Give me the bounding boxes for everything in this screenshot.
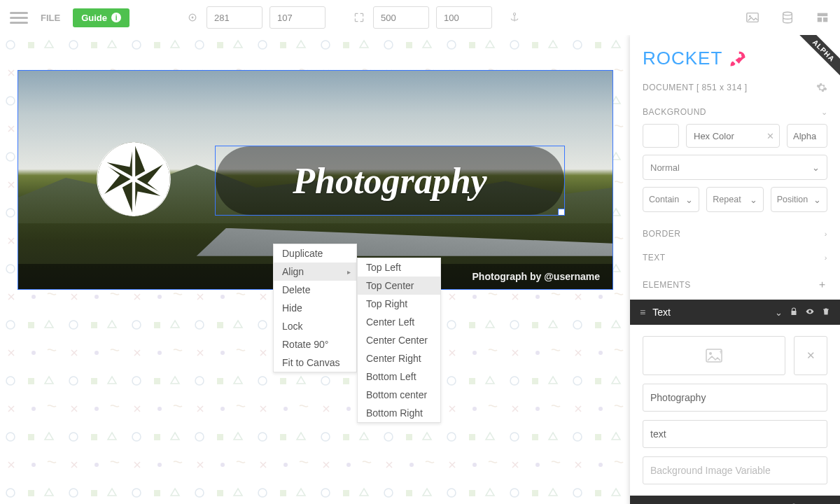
align-center-left[interactable]: Center Left bbox=[358, 313, 440, 331]
svg-rect-6 bbox=[818, 13, 828, 17]
section-elements: ELEMENTS ＋ bbox=[630, 270, 840, 300]
layer-text-body: + ✕ bbox=[630, 325, 840, 496]
align-bottom-center[interactable]: Bottom center bbox=[358, 386, 440, 404]
align-center-center[interactable]: Center Center bbox=[358, 331, 440, 349]
image-icon[interactable] bbox=[745, 10, 760, 25]
guide-button[interactable]: Guide i bbox=[73, 8, 130, 27]
alpha-badge: ALPHA bbox=[777, 35, 840, 98]
repeat-select[interactable]: Repeat⌄ bbox=[706, 187, 763, 212]
svg-point-2 bbox=[513, 13, 515, 15]
align-top-right[interactable]: Top Right bbox=[358, 295, 440, 313]
file-menu[interactable]: FILE bbox=[35, 10, 66, 26]
position-select[interactable]: Position⌄ bbox=[771, 187, 827, 212]
aperture-logo[interactable] bbox=[95, 141, 172, 218]
position-group bbox=[186, 6, 326, 29]
blend-select[interactable]: Normal⌄ bbox=[643, 155, 827, 180]
width-input[interactable] bbox=[373, 6, 429, 29]
size-group bbox=[352, 6, 492, 29]
size-icon bbox=[352, 10, 366, 24]
brand-name: ROCKET bbox=[643, 48, 722, 69]
ctx-align[interactable]: Align▸ bbox=[274, 262, 356, 281]
pos-y-input[interactable] bbox=[270, 6, 326, 29]
credit-text: Photograph by @username bbox=[472, 271, 600, 282]
image-picker[interactable]: + bbox=[643, 336, 785, 375]
svg-point-20 bbox=[739, 55, 742, 57]
chevron-down-icon: ⌄ bbox=[750, 195, 757, 205]
chevron-down-icon: ⌄ bbox=[821, 108, 828, 117]
pos-x-input[interactable] bbox=[206, 6, 262, 29]
ctx-fit[interactable]: Fit to Canvas bbox=[274, 354, 356, 372]
ctx-hide[interactable]: Hide bbox=[274, 299, 356, 317]
layer-name: Text bbox=[652, 307, 768, 318]
properties-panel: ALPHA ROCKET DOCUMENT [ 851 x 314 ] BACK… bbox=[630, 35, 840, 504]
add-element-icon[interactable]: ＋ bbox=[817, 278, 828, 291]
svg-point-5 bbox=[783, 12, 792, 15]
text-variable-input[interactable] bbox=[643, 420, 827, 448]
layer-text[interactable]: ≡ Text ⌄ bbox=[630, 300, 840, 325]
section-border[interactable]: BORDER› bbox=[630, 222, 840, 246]
hex-input[interactable] bbox=[686, 124, 780, 148]
section-text[interactable]: TEXT› bbox=[630, 246, 840, 270]
top-toolbar: FILE Guide i bbox=[0, 0, 840, 35]
layer-text-background[interactable]: ≡ Text Background › bbox=[630, 496, 840, 504]
svg-point-22 bbox=[709, 352, 712, 355]
anchor-icon[interactable] bbox=[509, 12, 520, 23]
database-icon[interactable] bbox=[780, 10, 795, 25]
text-content: Photography bbox=[216, 146, 564, 215]
align-submenu[interactable]: Top Left Top Center Top Right Center Lef… bbox=[357, 258, 441, 423]
alpha-input[interactable] bbox=[787, 124, 827, 148]
align-bottom-right[interactable]: Bottom Right bbox=[358, 404, 440, 422]
chevron-right-icon: ▸ bbox=[347, 268, 351, 276]
info-icon: i bbox=[111, 13, 121, 22]
text-element-selected[interactable]: Photography bbox=[215, 146, 565, 216]
svg-rect-7 bbox=[818, 18, 822, 22]
trash-icon[interactable] bbox=[822, 307, 830, 318]
lock-icon[interactable] bbox=[790, 307, 798, 318]
drag-icon[interactable]: ≡ bbox=[640, 307, 645, 318]
ctx-rotate[interactable]: Rotate 90° bbox=[274, 335, 356, 354]
context-menu[interactable]: Duplicate Align▸ Delete Hide Lock Rotate… bbox=[273, 244, 357, 372]
canvas-area[interactable]: Photography Photograph by @username Dupl… bbox=[0, 35, 630, 504]
eye-icon[interactable] bbox=[805, 307, 815, 318]
text-value-input[interactable] bbox=[643, 384, 827, 412]
guide-label: Guide bbox=[81, 13, 107, 23]
ctx-duplicate[interactable]: Duplicate bbox=[274, 244, 356, 262]
bg-image-variable-input[interactable] bbox=[643, 456, 827, 484]
chevron-down-icon: ⌄ bbox=[813, 195, 821, 205]
svg-rect-8 bbox=[823, 18, 827, 22]
chevron-down-icon[interactable]: ⌄ bbox=[775, 307, 783, 318]
rocket-icon bbox=[728, 49, 748, 69]
section-background[interactable]: BACKGROUND⌄ bbox=[630, 100, 840, 124]
align-center-right[interactable]: Center Right bbox=[358, 349, 440, 368]
ctx-delete[interactable]: Delete bbox=[274, 281, 356, 299]
align-top-left[interactable]: Top Left bbox=[358, 258, 440, 276]
chevron-right-icon: › bbox=[825, 230, 827, 238]
resize-handle[interactable] bbox=[558, 209, 565, 216]
chevron-right-icon: › bbox=[825, 253, 827, 262]
menu-icon[interactable] bbox=[10, 8, 28, 27]
position-icon bbox=[186, 10, 200, 24]
svg-point-4 bbox=[749, 15, 751, 18]
layout-icon[interactable] bbox=[815, 10, 830, 25]
align-top-center[interactable]: Top Center bbox=[358, 276, 440, 295]
fit-select[interactable]: Contain⌄ bbox=[643, 187, 699, 212]
clear-image-icon[interactable]: ✕ bbox=[794, 336, 827, 375]
ctx-lock[interactable]: Lock bbox=[274, 317, 356, 335]
color-swatch[interactable] bbox=[643, 124, 679, 148]
svg-text:+: + bbox=[719, 349, 722, 356]
document-label: DOCUMENT [ 851 x 314 ] bbox=[643, 83, 748, 92]
clear-hex-icon[interactable]: ✕ bbox=[766, 131, 774, 141]
height-input[interactable] bbox=[436, 6, 492, 29]
svg-point-1 bbox=[192, 17, 194, 19]
align-bottom-left[interactable]: Bottom Left bbox=[358, 368, 440, 386]
chevron-down-icon: ⌄ bbox=[685, 195, 693, 205]
chevron-down-icon: ⌄ bbox=[812, 162, 820, 173]
